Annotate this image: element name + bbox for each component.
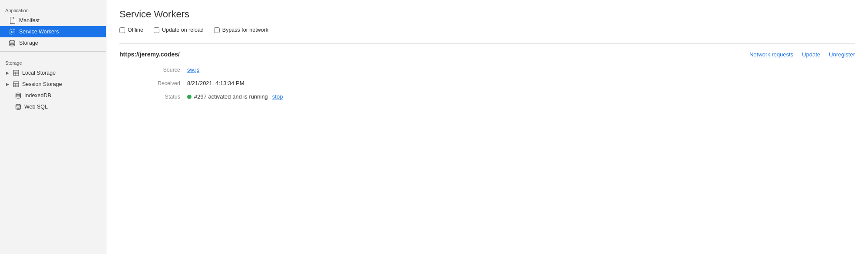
unregister-link[interactable]: Unregister [829,51,855,58]
offline-label: Offline [128,27,143,33]
sidebar-item-web-sql[interactable]: Web SQL [0,101,106,112]
gear-icon [9,28,16,35]
sidebar-item-manifest[interactable]: Manifest [0,15,106,26]
manifest-label: Manifest [19,17,40,23]
storage-nav-label: Storage [19,40,38,46]
local-storage-label: Local Storage [22,70,56,76]
svg-rect-1 [13,70,19,76]
application-section-label: Application [0,3,106,15]
status-content: #297 activated and is running stop [187,93,283,100]
session-storage-label: Session Storage [22,81,62,87]
sidebar-item-indexed-db[interactable]: IndexedDB [0,90,106,101]
stop-link[interactable]: stop [272,93,283,100]
sidebar: Application Manifest Service Workers [0,0,106,254]
svg-point-10 [16,104,21,106]
received-value: 8/21/2021, 4:13:34 PM [187,80,244,86]
status-row: Status #297 activated and is running sto… [119,93,855,100]
sidebar-item-service-workers[interactable]: Service Workers [0,26,106,37]
session-storage-table-icon [13,81,20,88]
svg-rect-5 [13,82,19,87]
storage-section: Storage ▶ Local Storage ▶ [0,54,106,112]
entry-header: https://jeremy.codes/ Network requests U… [119,51,855,58]
offline-checkbox[interactable] [119,27,125,33]
indexed-db-label: IndexedDB [24,92,51,99]
sidebar-item-storage[interactable]: Storage [0,37,106,49]
arrow-right-icon: ▶ [6,71,9,75]
web-sql-label: Web SQL [24,104,48,110]
svg-point-0 [10,40,15,42]
bypass-for-network-checkbox-label[interactable]: Bypass for network [214,27,268,33]
page-title: Service Workers [119,9,855,20]
indexed-db-icon [15,92,22,99]
source-file-link[interactable]: sw.js [187,66,199,73]
status-text: #297 activated and is running [194,93,268,100]
status-label: Status [145,93,180,100]
main-content: Service Workers Offline Update on reload… [106,0,868,254]
storage-section-label: Storage [0,56,106,67]
sidebar-item-session-storage[interactable]: ▶ Session Storage [0,79,106,90]
source-row: Source sw.js [119,66,855,73]
received-label: Received [145,80,180,86]
database-icon [9,40,16,46]
update-on-reload-label: Update on reload [162,27,204,33]
web-sql-icon [15,103,22,110]
status-dot [187,95,191,99]
document-icon [9,17,16,24]
entry-actions: Network requests Update Unregister [749,51,855,58]
arrow-right-icon-2: ▶ [6,82,9,86]
options-row: Offline Update on reload Bypass for netw… [119,27,855,33]
bypass-for-network-label: Bypass for network [222,27,268,33]
update-on-reload-checkbox[interactable] [154,27,159,33]
offline-checkbox-label[interactable]: Offline [119,27,143,33]
network-requests-link[interactable]: Network requests [749,51,793,58]
entry-url: https://jeremy.codes/ [119,51,180,58]
service-workers-label: Service Workers [19,29,59,35]
update-on-reload-checkbox-label[interactable]: Update on reload [154,27,204,33]
sidebar-divider [0,51,106,52]
received-row: Received 8/21/2021, 4:13:34 PM [119,80,855,86]
bypass-for-network-checkbox[interactable] [214,27,220,33]
sidebar-item-local-storage[interactable]: ▶ Local Storage [0,67,106,79]
service-worker-entry: https://jeremy.codes/ Network requests U… [119,43,855,100]
source-label: Source [145,66,180,73]
local-storage-table-icon [13,69,20,76]
update-link[interactable]: Update [802,51,820,58]
svg-point-9 [16,93,21,95]
